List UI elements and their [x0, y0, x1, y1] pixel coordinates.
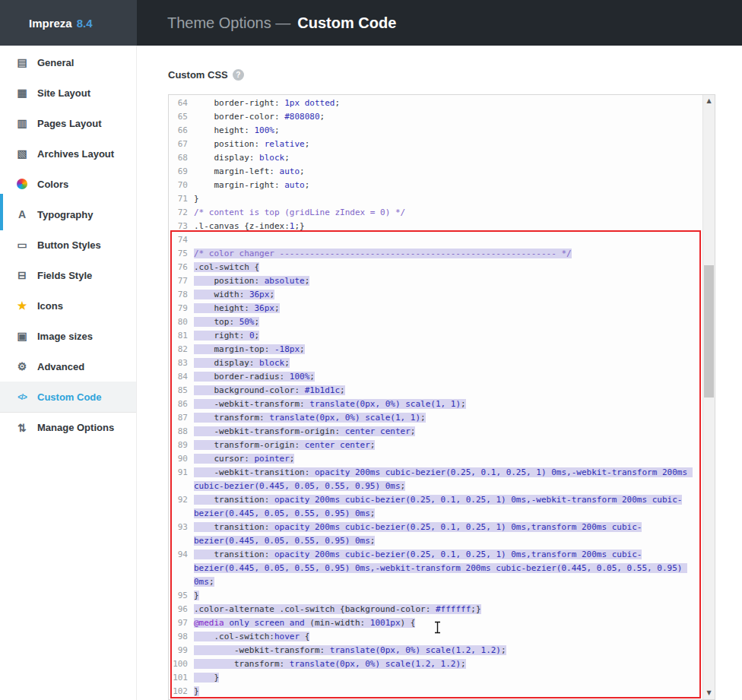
sidebar-item-label: Fields Style [37, 270, 92, 281]
sidebar-item-advanced[interactable]: ⚙Advanced [0, 351, 136, 382]
editor-scrollbar[interactable]: ▲ ▼ [702, 95, 715, 699]
selected-code: @media only screen and (min-width: 1001p… [194, 618, 415, 628]
sidebar-item-button-styles[interactable]: ▭Button Styles [0, 230, 136, 260]
code-line: 72/* content is top (gridLine zIndex = 0… [169, 206, 702, 220]
line-number: 72 [169, 206, 192, 220]
selected-code: transform-origin: center center; [194, 440, 375, 450]
code-line: 78 width: 36px; [169, 288, 702, 302]
sidebar-item-label: Typography [37, 209, 93, 220]
help-icon[interactable]: ? [233, 69, 244, 81]
sidebar-item-site-layout[interactable]: ▦Site Layout [0, 78, 136, 108]
code-line-text: .l-canvas {z-index:1;} [192, 220, 702, 233]
code-line-text: margin-left: auto; [192, 165, 702, 179]
line-number: 103 [169, 698, 192, 699]
code-line: 75/* color changer ---------------------… [169, 247, 702, 261]
sidebar-item-general[interactable]: ▤General [0, 47, 136, 78]
sidebar-item-pages-layout[interactable]: ▥Pages Layout [0, 108, 136, 138]
selected-code: width: 36px; [194, 290, 274, 299]
line-number: 98 [169, 630, 192, 644]
line-number: 65 [169, 110, 192, 124]
code-line-text: -webkit-transform: translate(0px, 0%) sc… [192, 644, 702, 657]
line-number: 99 [169, 644, 192, 657]
sidebar-item-colors[interactable]: Colors [0, 169, 136, 199]
code-line-text: } [192, 685, 702, 698]
code-line: 86 -webkit-transform: translate(0px, 0%)… [169, 398, 702, 411]
code-line-text: } [192, 192, 702, 206]
sidebar-item-fields-style[interactable]: ⊟Fields Style [0, 260, 136, 290]
line-number: 74 [169, 233, 192, 247]
line-number: 76 [169, 261, 192, 274]
code-line-text: cursor: pointer; [192, 452, 702, 466]
sidebar-item-label: General [37, 57, 74, 68]
sidebar-item-image-sizes[interactable]: ▣Image sizes [0, 321, 136, 351]
sidebar-item-manage-options[interactable]: ⇅Manage Options [0, 412, 136, 442]
code-line-text: height: 36px; [192, 302, 702, 315]
code-line: 71} [169, 192, 702, 206]
selected-code: transform: translate(0px, 0%) scale(1, 1… [194, 413, 426, 423]
code-line-text: .col-switch { [192, 261, 702, 274]
sidebar-item-label: Colors [37, 179, 68, 190]
code-line: 94 transition: opacity 200ms cubic-bezie… [169, 548, 702, 589]
code-line: 73.l-canvas {z-index:1;} [169, 220, 702, 233]
line-number: 77 [169, 274, 192, 288]
code-rows[interactable]: 64 border-right: 1px dotted;65 border-co… [169, 95, 702, 699]
code-line-text: height: 100%; [192, 124, 702, 138]
selected-code: height: 36px; [194, 303, 280, 313]
code-line-text: .l-footer {background-color: #262626;} [192, 698, 702, 699]
sidebar-item-custom-code[interactable]: </>Custom Code [0, 382, 136, 412]
brand[interactable]: Impreza 8.4 [0, 0, 137, 46]
selected-code: } [194, 591, 199, 600]
line-number: 101 [169, 671, 192, 685]
line-number: 86 [169, 398, 192, 411]
sidebar-item-archives-layout[interactable]: ▧Archives Layout [0, 138, 136, 169]
selected-code: -webkit-transform: translate(0px, 0%) sc… [194, 399, 466, 409]
code-line-text: -webkit-transform-origin: center center; [192, 425, 702, 439]
line-number: 80 [169, 315, 192, 329]
code-line: 93 transition: opacity 200ms cubic-bezie… [169, 521, 702, 548]
code-line: 103.l-footer {background-color: #262626;… [169, 698, 702, 699]
code-line: 64 border-right: 1px dotted; [169, 97, 702, 110]
code-line: 89 transform-origin: center center; [169, 439, 702, 452]
code-line: 82 margin-top: -18px; [169, 343, 702, 356]
code-line: 92 transition: opacity 200ms cubic-bezie… [169, 493, 702, 521]
sidebar-item-typography[interactable]: ATypography [0, 199, 136, 230]
selected-code: transition: opacity 200ms cubic-bezier(0… [194, 522, 642, 546]
line-number: 102 [169, 685, 192, 698]
code-line-text: display: block; [192, 356, 702, 370]
line-number: 89 [169, 439, 192, 452]
code-line: 69 margin-left: auto; [169, 165, 702, 179]
code-icon: </> [15, 393, 29, 401]
sidebar: ▤General▦Site Layout▥Pages Layout▧Archiv… [0, 46, 137, 700]
selected-code: transition: opacity 200ms cubic-bezier(0… [194, 550, 687, 587]
code-line: 100 transform: translate(0px, 0%) scale(… [169, 657, 702, 671]
line-number: 70 [169, 179, 192, 192]
code-line-text: } [192, 589, 702, 603]
code-line: 99 -webkit-transform: translate(0px, 0%)… [169, 644, 702, 657]
selected-code: transform: translate(0px, 0%) scale(1.2,… [194, 659, 466, 669]
selected-code: .col-switch { [194, 262, 259, 272]
code-line-text: border-radius: 100%; [192, 370, 702, 384]
star-icon: ★ [15, 299, 29, 312]
selected-code: .color-alternate .col-switch {background… [194, 604, 481, 614]
code-line: 65 border-color: #808080; [169, 110, 702, 124]
scroll-up-icon[interactable]: ▲ [703, 95, 715, 107]
selected-code: .col-switch:hover { [194, 632, 309, 641]
scrollbar-thumb[interactable] [704, 265, 714, 398]
sidebar-item-icons[interactable]: ★Icons [0, 290, 136, 321]
scroll-down-icon[interactable]: ▼ [703, 687, 715, 699]
sidebar-scroll-indicator [0, 194, 3, 230]
custom-css-editor[interactable]: 64 border-right: 1px dotted;65 border-co… [168, 94, 715, 700]
line-number: 67 [169, 138, 192, 151]
sidebar-item-label: Image sizes [37, 331, 93, 342]
sidebar-item-label: Advanced [37, 361, 84, 372]
code-line-text: transform-origin: center center; [192, 439, 702, 452]
line-number: 88 [169, 425, 192, 439]
code-line: 67 position: relative; [169, 138, 702, 151]
line-number: 100 [169, 657, 192, 671]
code-line: 79 height: 36px; [169, 302, 702, 315]
selected-code: right: 0; [194, 331, 259, 340]
manage-options-icon: ⇅ [15, 422, 29, 434]
code-line: 97@media only screen and (min-width: 100… [169, 616, 702, 630]
typography-icon: A [15, 208, 29, 220]
line-number: 66 [169, 124, 192, 138]
